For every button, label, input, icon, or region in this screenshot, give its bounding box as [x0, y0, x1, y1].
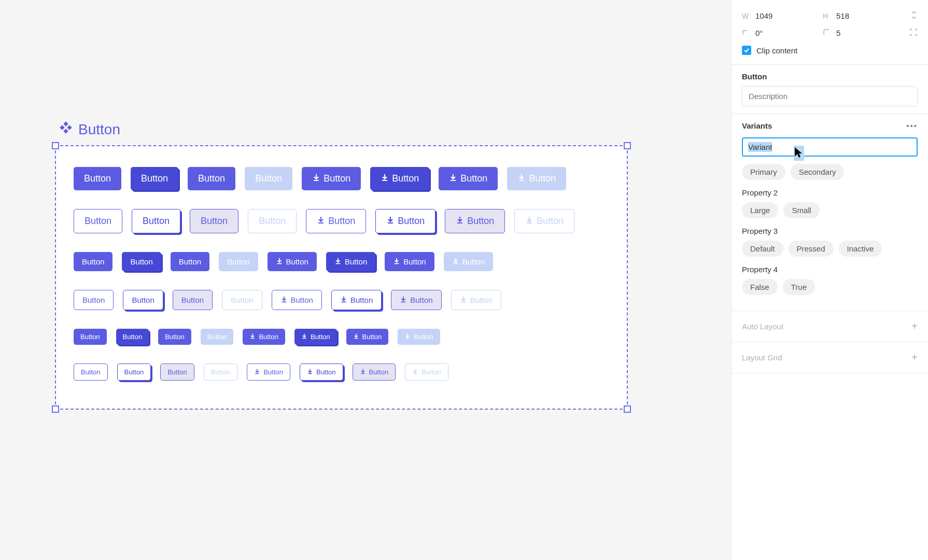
button-variant[interactable]: Button — [219, 252, 258, 271]
button-label: Button — [80, 333, 100, 341]
radius-field[interactable]: 5 — [823, 24, 878, 41]
variant-name-input[interactable]: Variant — [742, 137, 918, 157]
button-variant[interactable]: Button — [243, 329, 285, 345]
radius-icon — [823, 29, 832, 37]
button-variant[interactable]: Button — [439, 167, 498, 190]
button-variant[interactable]: Button — [247, 363, 290, 381]
button-variant[interactable]: Button — [445, 209, 505, 233]
button-variant[interactable]: Button — [171, 252, 209, 271]
property-value-pill[interactable]: Secondary — [791, 164, 845, 180]
button-variant[interactable]: Button — [123, 290, 163, 310]
button-variant[interactable]: Button — [74, 363, 108, 381]
download-icon — [280, 296, 288, 304]
button-variant[interactable]: Button — [272, 290, 322, 310]
button-variant[interactable]: Button — [353, 363, 396, 381]
button-variant[interactable]: Button — [74, 329, 107, 345]
button-variant[interactable]: Button — [74, 209, 122, 233]
independent-corners-icon[interactable] — [909, 28, 918, 38]
radius-value[interactable]: 5 — [836, 29, 878, 37]
button-variant[interactable]: Button — [201, 329, 234, 345]
button-variant[interactable]: Button — [331, 290, 382, 310]
property-label[interactable]: Property 2 — [742, 188, 918, 197]
clip-content-row[interactable]: Clip content — [742, 41, 918, 57]
button-variant[interactable]: Button — [346, 329, 389, 345]
button-label: Button — [362, 333, 382, 341]
button-variant[interactable]: Button — [132, 209, 180, 233]
resize-handle-tl[interactable] — [52, 142, 59, 149]
plus-icon[interactable]: + — [911, 352, 918, 363]
button-variant[interactable]: Button — [306, 209, 366, 233]
button-label: Button — [263, 368, 283, 376]
button-variant[interactable]: Button — [74, 252, 113, 271]
property-value-pill[interactable]: Small — [783, 202, 820, 218]
button-variant[interactable]: Button — [188, 167, 235, 190]
button-variant[interactable]: Button — [190, 209, 238, 233]
button-variant[interactable]: Button — [248, 209, 297, 233]
download-icon — [249, 333, 256, 341]
layout-grid-row[interactable]: Layout Grid + — [732, 342, 928, 373]
variant-row: ButtonButtonButtonButtonButtonButtonButt… — [74, 290, 609, 310]
button-variant[interactable]: Button — [131, 167, 178, 190]
property-value-pill[interactable]: Primary — [742, 164, 785, 180]
button-variant[interactable]: Button — [300, 363, 343, 381]
property-label[interactable]: Property 4 — [742, 265, 918, 274]
button-variant[interactable]: Button — [398, 329, 440, 345]
button-variant[interactable]: Button — [514, 209, 574, 233]
button-label: Button — [316, 368, 336, 376]
button-variant[interactable]: Button — [74, 290, 114, 310]
component-frame[interactable]: ButtonButtonButtonButtonButtonButtonButt… — [55, 145, 628, 410]
button-variant[interactable]: Button — [302, 167, 361, 190]
constrain-icon[interactable] — [910, 10, 918, 21]
rotation-field[interactable]: 0° — [742, 24, 797, 41]
description-input[interactable] — [742, 86, 918, 106]
button-variant[interactable]: Button — [294, 329, 337, 345]
button-variant[interactable]: Button — [122, 252, 161, 271]
auto-layout-row[interactable]: Auto Layout + — [732, 311, 928, 342]
button-variant[interactable]: Button — [385, 252, 434, 271]
button-variant[interactable]: Button — [245, 167, 292, 190]
button-label: Button — [165, 333, 185, 341]
button-variant[interactable]: Button — [158, 329, 191, 345]
more-icon[interactable]: ••• — [906, 121, 918, 130]
property-value-pill[interactable]: Default — [742, 241, 783, 257]
button-variant[interactable]: Button — [405, 363, 448, 381]
height-field[interactable]: H 518 — [823, 7, 878, 24]
button-variant[interactable]: Button — [160, 363, 194, 381]
clip-content-checkbox[interactable] — [742, 46, 751, 55]
resize-handle-tr[interactable] — [624, 142, 631, 149]
resize-handle-br[interactable] — [624, 405, 631, 413]
property-value-pill[interactable]: Pressed — [789, 241, 834, 257]
button-variant[interactable]: Button — [74, 167, 121, 190]
plus-icon[interactable]: + — [911, 320, 918, 332]
button-variant[interactable]: Button — [391, 290, 441, 310]
property-value-pill[interactable]: False — [742, 279, 778, 295]
height-value[interactable]: 518 — [836, 11, 878, 20]
button-variant[interactable]: Button — [116, 329, 149, 345]
property-label[interactable]: Property 3 — [742, 227, 918, 235]
button-variant[interactable]: Button — [451, 290, 501, 310]
resize-handle-bl[interactable] — [52, 405, 59, 413]
button-variant[interactable]: Button — [268, 252, 317, 271]
canvas-area[interactable]: Button ButtonButtonButtonButtonButtonBut… — [0, 0, 731, 560]
property-value-pill[interactable]: Inactive — [839, 241, 882, 257]
button-variant[interactable]: Button — [117, 363, 151, 381]
width-value[interactable]: 1049 — [755, 11, 797, 20]
download-icon — [254, 368, 260, 376]
rotation-value[interactable]: 0° — [755, 29, 797, 37]
button-variant[interactable]: Button — [375, 209, 435, 233]
property-value-pill[interactable]: Large — [742, 202, 778, 218]
button-variant[interactable]: Button — [326, 252, 375, 271]
width-field[interactable]: W 1049 — [742, 7, 797, 24]
button-variant[interactable]: Button — [444, 252, 493, 271]
button-label: Button — [84, 173, 111, 184]
button-label: Button — [82, 257, 104, 266]
button-label: Button — [328, 216, 355, 227]
variant-row: ButtonButtonButtonButtonButtonButtonButt… — [74, 167, 609, 190]
button-variant[interactable]: Button — [173, 290, 213, 310]
button-variant[interactable]: Button — [507, 167, 566, 190]
button-label: Button — [398, 216, 425, 227]
button-variant[interactable]: Button — [370, 167, 429, 190]
button-variant[interactable]: Button — [222, 290, 262, 310]
button-variant[interactable]: Button — [204, 363, 238, 381]
property-value-pill[interactable]: True — [783, 279, 815, 295]
